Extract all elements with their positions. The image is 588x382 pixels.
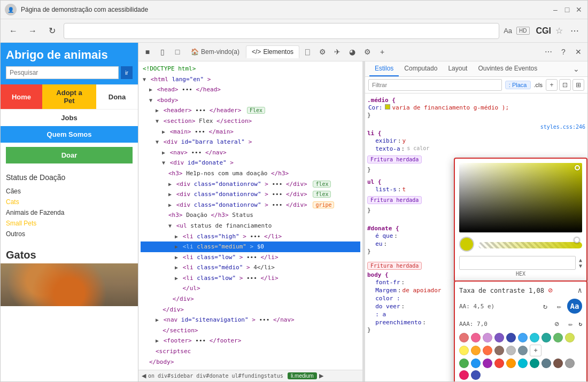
tree-body[interactable]: ▼ <body> xyxy=(141,95,360,106)
swatch-brown[interactable] xyxy=(553,358,563,368)
contrast-aaa-pick[interactable]: ✏ xyxy=(564,318,576,330)
tree-div-donate[interactable]: ▼ <div id="donate" > xyxy=(141,158,360,168)
color-hex-input[interactable]: #ffff00 xyxy=(459,256,576,270)
swatch-teal[interactable] xyxy=(530,358,539,368)
filter-cls-badge[interactable]: .cls xyxy=(534,82,543,88)
devtools-tab-elements[interactable]: </> Elementos xyxy=(246,45,299,58)
color-arrow-spinners[interactable]: ▲ ▼ xyxy=(579,257,582,269)
tree-main[interactable]: ▶ <main> ••• </main> xyxy=(141,127,360,137)
swatch-purple[interactable] xyxy=(483,358,492,368)
devtools-icon-perf[interactable]: ◕ xyxy=(345,45,359,59)
tree-nav[interactable]: ▶ <nav> ••• </nav> xyxy=(141,147,360,158)
tree-li-high[interactable]: ▶ <li class="high" > ••• </li> xyxy=(141,231,360,242)
swatch-orange-400[interactable] xyxy=(471,346,481,355)
tree-li-medium[interactable]: ▶ <li class="medium" > $0 xyxy=(141,241,360,252)
swatch-yellow-400[interactable] xyxy=(459,346,469,355)
tree-div-close[interactable]: </div> xyxy=(141,294,360,305)
devtools-icon-device[interactable]: ▯ xyxy=(156,45,169,59)
tree-li-low-2[interactable]: ▶ <li class="low" > ••• </li> xyxy=(141,273,360,284)
swatch-indigo[interactable] xyxy=(506,333,516,342)
swatches-more[interactable]: + xyxy=(530,345,541,356)
swatch-blue-grey[interactable] xyxy=(518,346,528,355)
devtools-more-button[interactable]: ⋯ xyxy=(541,45,555,59)
filter-placa-badge[interactable]: : Placa xyxy=(505,81,531,89)
tree-head[interactable]: ▶ <head> ••• </head> xyxy=(141,84,360,95)
color-preview-dot[interactable] xyxy=(459,237,474,252)
swatch-teal-400[interactable] xyxy=(541,333,551,342)
tree-footer[interactable]: ▶ <footer> ••• </footer> xyxy=(141,336,360,346)
swatch-indigo-2[interactable] xyxy=(471,370,481,380)
tree-section[interactable]: ▼ <section> Flex </section> xyxy=(141,116,360,127)
demo-nav-donate[interactable]: Dona xyxy=(96,84,138,109)
color-alpha-slider[interactable] xyxy=(478,242,582,248)
filter-input[interactable] xyxy=(368,79,502,91)
tree-html[interactable]: ▼ <html lang="en" > xyxy=(141,74,360,85)
devtools-help-button[interactable]: ? xyxy=(556,45,570,59)
swatch-brown-400[interactable] xyxy=(494,346,504,355)
tree-div2-close[interactable]: </div> xyxy=(141,305,360,315)
contrast-expand-button[interactable]: ∧ xyxy=(578,286,582,294)
swatch-grey[interactable] xyxy=(565,358,575,368)
address-bar[interactable]: microsoftedge.github.io/Demos/devtools-a… xyxy=(64,23,499,39)
tab-layout[interactable]: Layout xyxy=(443,61,473,76)
back-button[interactable]: ← xyxy=(6,24,21,38)
tree-li-medio[interactable]: ▶ <li class="médio" > 4</li> xyxy=(141,262,360,273)
contrast-aa-refresh[interactable]: ↻ xyxy=(539,300,551,312)
source-styles-246[interactable]: styles.css:246 xyxy=(367,124,585,130)
swatch-green-400[interactable] xyxy=(553,333,563,342)
swatch-cyan-400[interactable] xyxy=(530,333,539,342)
demo-nav-jobs[interactable]: Jobs xyxy=(1,109,138,126)
devtools-icon-inspect[interactable]: ■ xyxy=(141,45,154,59)
swatch-red-300[interactable] xyxy=(459,333,469,342)
tree-body-close[interactable]: </body> xyxy=(141,357,360,368)
swatch-deep-orange[interactable] xyxy=(483,346,492,355)
tree-nav-site[interactable]: ▶ <nav id="sitenavigation" > ••• </nav> xyxy=(141,315,360,325)
tree-header[interactable]: ▶ <header> ••• </header> Flex xyxy=(141,105,360,116)
tree-scriptsec[interactable]: <scriptsec xyxy=(141,346,360,357)
devtools-tab-welcome[interactable]: 🏠 Bem-vindo(a) xyxy=(185,46,245,58)
filter-add-button[interactable]: + xyxy=(546,79,558,91)
swatch-purple-200[interactable] xyxy=(483,333,492,342)
swatch-blue-400[interactable] xyxy=(518,333,528,342)
filter-toggle-button[interactable]: ⊞ xyxy=(572,79,584,91)
status-arrow-left[interactable]: ◀ xyxy=(142,372,146,379)
swatch-red[interactable] xyxy=(494,358,504,368)
demo-nav-adopt[interactable]: Adopt a Pet xyxy=(42,84,96,109)
tree-donationrow-1[interactable]: ▶ <div class="donationrow" > ••• </div> … xyxy=(141,179,360,190)
filter-copy-button[interactable]: ⊡ xyxy=(559,79,571,91)
tree-h3-help[interactable]: <h3> He1p-nos com uma doação </h3> xyxy=(141,168,360,179)
devtools-add-tab[interactable]: + xyxy=(375,45,389,59)
tree-ul-funding[interactable]: ▼ <ul status de financiamento xyxy=(141,221,360,231)
tree-doctype[interactable]: <!DOCTYPE html> xyxy=(141,64,360,74)
demo-search-input[interactable] xyxy=(6,66,119,79)
swatch-deep-purple[interactable] xyxy=(494,333,504,342)
demo-search-button[interactable]: ir xyxy=(121,66,133,79)
minimize-button[interactable]: – xyxy=(551,5,560,14)
demo-nav-home[interactable]: Home xyxy=(1,84,42,109)
close-button[interactable]: ✕ xyxy=(575,5,583,14)
elements-tree[interactable]: <!DOCTYPE html> ▼ <html lang="en" > ▶ <h… xyxy=(138,61,362,370)
tab-ouvintes[interactable]: Ouvintes de Eventos xyxy=(473,61,543,76)
refresh-button[interactable]: ↻ xyxy=(44,24,59,38)
forward-button[interactable]: → xyxy=(25,24,40,38)
color-swatch-medio[interactable] xyxy=(385,104,390,110)
swatch-pink[interactable] xyxy=(459,370,469,380)
tab-computado[interactable]: Computado xyxy=(399,61,443,76)
devtools-icon-console[interactable]: ⎕ xyxy=(300,45,314,59)
swatch-cyan[interactable] xyxy=(518,358,528,368)
devtools-icon-debug[interactable]: ⚙ xyxy=(315,45,329,59)
tab-estilos[interactable]: Estilos xyxy=(369,61,399,76)
tree-li-low-1[interactable]: ▶ <li class="low" > ••• </li> xyxy=(141,252,360,263)
swatch-blue-grey-2[interactable] xyxy=(541,358,551,368)
settings-button[interactable]: ⋯ xyxy=(567,24,582,38)
demo-donate-button[interactable]: Doar xyxy=(6,147,133,163)
tree-ul-close[interactable]: </ul> xyxy=(141,283,360,294)
tree-donationrow-2[interactable]: ▶ <div class="donationrow" > ••• </div> … xyxy=(141,189,360,200)
status-arrow-right[interactable]: ▶ xyxy=(319,372,323,379)
swatch-orange[interactable] xyxy=(506,358,516,368)
devtools-icon-mobile[interactable]: □ xyxy=(171,45,184,59)
demo-nav-about[interactable]: Quem Somos xyxy=(1,126,138,143)
devtools-close-button[interactable]: ✕ xyxy=(571,45,585,59)
favorites-icon[interactable]: ☆ xyxy=(555,26,563,36)
tree-div-sidebar[interactable]: ▼ <div id="barra lateral" > xyxy=(141,137,360,147)
